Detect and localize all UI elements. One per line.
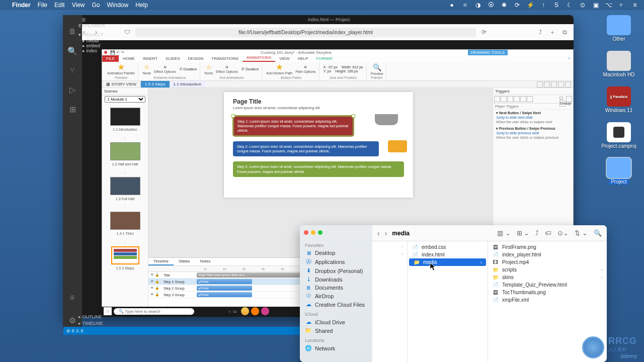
- sidebar-item-applications[interactable]: ⒶApplications: [303, 257, 369, 266]
- list-item[interactable]: 📄index.html: [408, 251, 488, 258]
- status-icon[interactable]: ↑: [539, 2, 547, 9]
- tab-format[interactable]: FORMAT: [312, 55, 337, 62]
- vscode-file[interactable]: embed: [87, 43, 101, 48]
- vscode-outline[interactable]: OUTLINE: [83, 314, 102, 319]
- status-icon[interactable]: ✺: [500, 2, 508, 9]
- exit-effect-options[interactable]: ⚙Effect Options: [216, 65, 238, 73]
- pot-image[interactable]: [388, 140, 407, 152]
- breadcrumb-prev[interactable]: 1.1 Introduction: [170, 81, 205, 87]
- gear-icon[interactable]: ⚙: [69, 316, 76, 325]
- status-icon[interactable]: ⌥: [605, 2, 613, 9]
- desktop-camproj[interactable]: Project.camproj: [599, 122, 639, 149]
- list-item[interactable]: 📄embed.css: [408, 243, 488, 251]
- list-item[interactable]: 📄Template_Quiz_Preview.html: [488, 281, 607, 289]
- tab-slides[interactable]: SLIDES: [162, 55, 184, 62]
- close-icon[interactable]: [304, 230, 308, 235]
- step-1-box[interactable]: Step 1: Lorem ipsum dolor sit amet, cons…: [233, 116, 354, 136]
- vscode-file[interactable]: media: [87, 38, 99, 43]
- new-tab-icon[interactable]: ＋: [548, 28, 556, 36]
- forward-button[interactable]: ›: [385, 229, 387, 237]
- shield-icon[interactable]: 🛡: [123, 28, 131, 36]
- slide-thumb[interactable]: [110, 177, 140, 195]
- status-icon[interactable]: ▣: [592, 2, 600, 9]
- list-item[interactable]: 🖼FirstFrame.png: [488, 243, 607, 251]
- tab-file[interactable]: FILE: [102, 55, 119, 62]
- reload-icon[interactable]: ⟳: [480, 28, 488, 36]
- sidebar-item-airdrop[interactable]: ⦾AirDrop: [303, 292, 369, 300]
- share-icon[interactable]: ⤴: [535, 229, 539, 237]
- desktop-folder-project[interactable]: Project: [599, 158, 639, 185]
- menubar-file[interactable]: File: [38, 2, 47, 9]
- menubar-window[interactable]: Window: [107, 2, 129, 9]
- zoom-icon[interactable]: [318, 230, 323, 235]
- page-title[interactable]: Page Title: [233, 98, 404, 105]
- slide-thumb[interactable]: [110, 142, 140, 160]
- group-icon[interactable]: ⇅ ⌄: [575, 229, 588, 237]
- tab-animations[interactable]: ANIMATIONS: [243, 54, 275, 62]
- view-options-icon[interactable]: ⊞ ⌄: [517, 229, 530, 237]
- list-item[interactable]: 📄xmpFile.xml: [488, 296, 607, 304]
- tab-home[interactable]: HOME: [119, 55, 139, 62]
- menubar-edit[interactable]: Edit: [54, 2, 65, 9]
- status-icon[interactable]: ☾: [566, 2, 574, 9]
- pinned-app[interactable]: [261, 307, 269, 315]
- pinned-app[interactable]: [251, 307, 259, 315]
- status-icon[interactable]: ⦿: [487, 2, 495, 9]
- help-icon[interactable]: ?: [564, 55, 573, 62]
- account-icon[interactable]: ⍟: [70, 293, 75, 302]
- tab-states[interactable]: States: [174, 258, 195, 265]
- tab-insert[interactable]: INSERT: [139, 55, 162, 62]
- breadcrumb-current[interactable]: 1.5 3 Steps: [141, 81, 169, 87]
- search-icon[interactable]: 🔍: [594, 229, 602, 237]
- taskbar-search[interactable]: 🔍 Type here to search: [114, 308, 194, 315]
- path-options[interactable]: ⚙Path Options: [295, 65, 315, 73]
- menubar-view[interactable]: View: [72, 2, 85, 9]
- sidebar-item-ccfiles[interactable]: ☁Creative Cloud Files: [303, 300, 369, 309]
- vscode-errors[interactable]: ⊘ 0 ⚠ 0: [66, 328, 84, 333]
- entrance-none-button[interactable]: None: [142, 64, 151, 75]
- list-item[interactable]: 🎞Project.mp4: [488, 258, 607, 266]
- page-subtitle[interactable]: Lorem ipsum dolor sit amet, consectetuer…: [233, 106, 404, 110]
- cortana-icon[interactable]: ○: [228, 309, 231, 314]
- pinned-chrome[interactable]: [241, 307, 249, 315]
- motion-path-button[interactable]: Add Motion Path: [266, 64, 292, 75]
- share-icon[interactable]: ⤴: [536, 28, 544, 36]
- vscode-file[interactable]: index: [87, 48, 98, 53]
- sidebar-item-dropbox[interactable]: ⬇Dropbox (Personal): [303, 266, 369, 275]
- extensions-icon[interactable]: ⊞: [69, 105, 76, 114]
- vscode-timeline[interactable]: TIMELINE: [82, 321, 103, 326]
- status-icon[interactable]: ⌗: [461, 2, 469, 9]
- vscode-folder-name[interactable]: PROJECT: [83, 32, 104, 37]
- status-icon[interactable]: ᯤ: [618, 2, 626, 9]
- sidebar-item-icloud-drive[interactable]: ☁iCloud Drive: [303, 318, 369, 326]
- address-bar[interactable]: file:///Users/jeffbatt/Desktop/Project/m…: [135, 28, 476, 37]
- search-icon[interactable]: 🔍: [67, 46, 77, 56]
- desktop-folder-other[interactable]: Other: [599, 15, 639, 42]
- tab-help[interactable]: HELP: [294, 55, 312, 62]
- menubar-app-name[interactable]: Finder: [12, 2, 31, 9]
- status-icon[interactable]: ⊙: [579, 2, 587, 9]
- module-select[interactable]: 1 Module 1: [105, 96, 145, 103]
- list-item[interactable]: ›: [372, 250, 407, 257]
- list-item[interactable]: 🖼TocThumbnails.png: [488, 289, 607, 296]
- start-button[interactable]: ⊞: [104, 307, 112, 315]
- list-item[interactable]: ›: [372, 243, 407, 250]
- trigger-item[interactable]: ▾ Previous Button / Swipe Previous Jump …: [493, 125, 573, 141]
- slide-thumb[interactable]: [110, 108, 140, 126]
- desktop-parallels-windows[interactable]: || ParallelsWindows 11: [599, 86, 639, 113]
- tabs-icon[interactable]: ⧉: [560, 28, 569, 36]
- minimize-icon[interactable]: [311, 230, 315, 235]
- preview-button[interactable]: 🔍Preview: [371, 63, 383, 75]
- sidebar-item-desktop[interactable]: 🖥Desktop: [303, 249, 369, 257]
- sidebar-item-shared[interactable]: 📁Shared: [303, 326, 369, 335]
- pan-image[interactable]: [375, 114, 398, 125]
- tab-view[interactable]: VIEW: [275, 55, 293, 62]
- status-icon[interactable]: ⟳: [513, 2, 521, 9]
- status-icon[interactable]: S: [552, 2, 560, 9]
- sidebar-item-documents[interactable]: 🗎Documents: [303, 284, 369, 292]
- menubar-go[interactable]: Go: [92, 2, 100, 9]
- status-icon[interactable]: ●: [448, 2, 456, 9]
- view-columns-icon[interactable]: ▥ ⌄: [497, 229, 511, 237]
- list-item[interactable]: 📁scripts›: [488, 266, 607, 274]
- tab-notes[interactable]: Notes: [195, 258, 216, 265]
